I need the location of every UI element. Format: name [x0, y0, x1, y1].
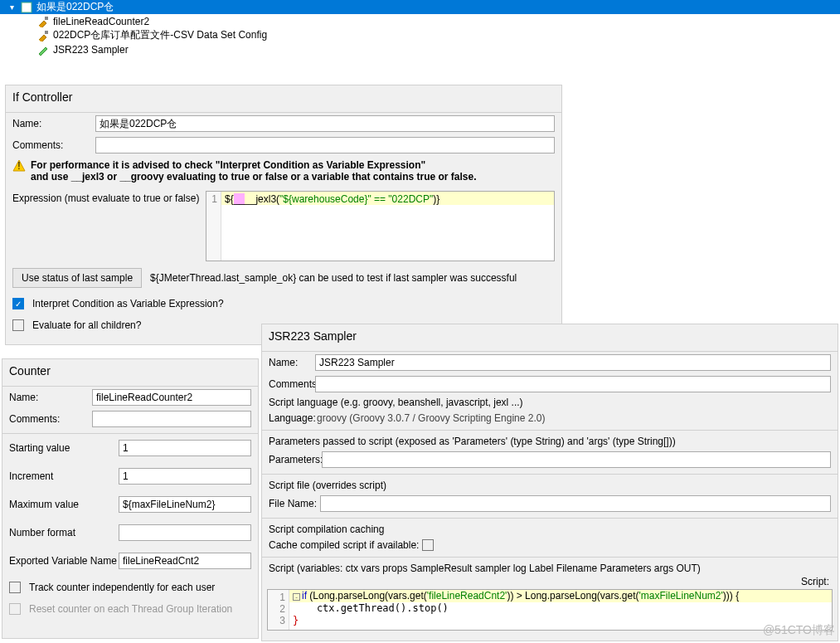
script-language-header: Script language (e.g. groovy, beanshell,…: [262, 395, 838, 410]
blank-icon: [36, 57, 50, 71]
filename-input[interactable]: [320, 495, 831, 512]
tree-item-csv[interactable]: 022DCP仓库订单配置文件-CSV Data Set Config: [0, 28, 840, 42]
comments-input[interactable]: [315, 376, 831, 392]
reset-counter-label: Reset counter on each Thread Group Itera…: [29, 603, 232, 615]
jsr223-panel: JSR223 Sampler Name: Comments: Script la…: [261, 324, 838, 641]
wrench-icon: [36, 15, 50, 28]
maximum-label: Maximum value: [9, 499, 119, 510]
comments-label: Comments:: [9, 413, 92, 425]
script-file-header: Script file (overrides script): [262, 478, 838, 493]
track-independently-label: Track counter independently for each use…: [29, 582, 215, 593]
track-independently-checkbox[interactable]: [9, 582, 21, 593]
line-gutter: 1: [206, 192, 221, 261]
evaluate-all-label: Evaluate for all children?: [32, 319, 141, 331]
tree-item-label: fileLineReadCounter2: [53, 16, 149, 27]
exported-var-label: Exported Variable Name: [9, 555, 119, 567]
tree-item-jsr223[interactable]: JSR223 Sampler: [0, 42, 840, 56]
use-last-sample-button[interactable]: Use status of last sample: [12, 268, 142, 288]
chevron-down-icon[interactable]: ▾: [7, 2, 17, 12]
language-dropdown[interactable]: groovy (Groovy 3.0.7 / Groovy Scripting …: [317, 412, 545, 424]
warning-line1: For performance it is advised to check "…: [31, 159, 425, 171]
name-input[interactable]: [92, 389, 251, 406]
svg-rect-0: [22, 2, 32, 12]
expression-editor[interactable]: 1 ${____jexl3("${warehouseCode}" == "022…: [206, 191, 555, 261]
maximum-input[interactable]: [119, 496, 251, 513]
fold-icon[interactable]: -: [293, 593, 300, 601]
name-input[interactable]: [95, 115, 555, 132]
warning-icon: !: [12, 159, 26, 173]
svg-rect-1: [45, 17, 48, 20]
tree-item-blank: [0, 56, 840, 71]
increment-label: Increment: [9, 470, 119, 482]
tree-item-label: JSR223 Sampler: [53, 44, 129, 56]
script-column-label: Script:: [262, 576, 838, 589]
watermark: @51CTO博客: [763, 623, 835, 638]
number-format-input[interactable]: [119, 524, 251, 541]
interpret-checkbox[interactable]: ✓: [12, 298, 24, 309]
panel-title: JSR223 Sampler: [262, 324, 838, 352]
svg-text:!: !: [17, 160, 20, 172]
comments-input[interactable]: [92, 411, 251, 427]
tree-item-counter[interactable]: fileLineReadCounter2: [0, 14, 840, 28]
line-gutter: 123: [268, 590, 289, 630]
name-label: Name:: [269, 357, 315, 368]
tree-item-label: 如果是022DCP仓: [36, 0, 114, 14]
filename-label: File Name:: [269, 498, 320, 509]
if-controller-panel: If Controller Name: Comments: ! For perf…: [5, 85, 562, 345]
evaluate-all-checkbox[interactable]: [12, 319, 24, 331]
start-input[interactable]: [119, 440, 251, 456]
name-input[interactable]: [315, 354, 831, 371]
script-header: Script (variables: ctx vars props Sample…: [262, 561, 838, 576]
increment-input[interactable]: [119, 468, 251, 485]
tree-item-label: 022DCP仓库订单配置文件-CSV Data Set Config: [53, 28, 267, 42]
comments-label: Comments:: [269, 378, 315, 390]
cache-label: Cache compiled script if available:: [269, 539, 419, 551]
reset-counter-checkbox: [9, 603, 21, 615]
parameters-label: Parameters:: [269, 454, 322, 465]
pencil-icon: [36, 43, 50, 56]
wrench-icon: [36, 29, 50, 42]
exported-var-input[interactable]: [119, 553, 251, 569]
parameters-header: Parameters passed to script (exposed as …: [262, 434, 838, 449]
name-label: Name:: [9, 392, 92, 403]
comments-input[interactable]: [95, 137, 555, 153]
cache-checkbox[interactable]: [422, 539, 434, 551]
panel-title: If Controller: [6, 85, 561, 113]
performance-warning: ! For performance it is advised to check…: [6, 156, 561, 189]
cache-header: Script compilation caching: [262, 522, 838, 537]
parameters-input[interactable]: [322, 451, 831, 468]
comments-label: Comments:: [12, 139, 95, 151]
language-label: Language:: [269, 412, 317, 424]
tree-item-if-controller[interactable]: ▾ 如果是022DCP仓: [0, 0, 840, 14]
name-label: Name:: [12, 118, 95, 129]
interpret-label: Interpret Condition as Variable Expressi…: [32, 298, 224, 309]
tree-view: ▾ 如果是022DCP仓 fileLineReadCounter2 022DCP…: [0, 0, 840, 71]
start-label: Starting value: [9, 442, 119, 454]
warning-line2: and use __jexl3 or __groovy evaluating t…: [31, 171, 477, 183]
counter-panel: Counter Name: Comments: Starting value I…: [2, 358, 259, 639]
if-icon: [20, 1, 33, 14]
panel-title: Counter: [2, 359, 258, 387]
script-editor[interactable]: 123 -if (Long.parseLong(vars.get('fileLi…: [267, 589, 833, 631]
last-sample-hint: ${JMeterThread.last_sample_ok} can be us…: [150, 272, 517, 284]
svg-rect-2: [45, 31, 48, 34]
number-format-label: Number format: [9, 527, 119, 538]
expression-label: Expression (must evaluate to true or fal…: [12, 191, 201, 261]
